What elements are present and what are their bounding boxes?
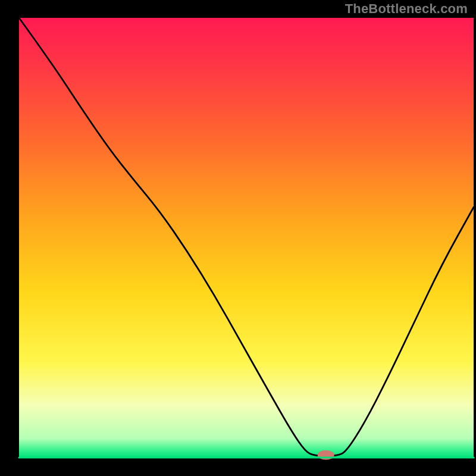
watermark-label: TheBottleneck.com [345, 1, 468, 17]
chart-container: TheBottleneck.com [0, 0, 476, 476]
bottleneck-curve-chart [0, 0, 476, 476]
